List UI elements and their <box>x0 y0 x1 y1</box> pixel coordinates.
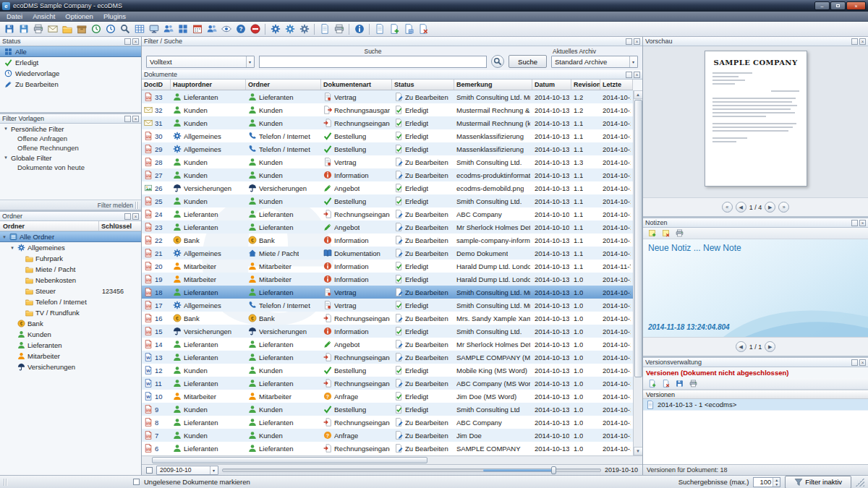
settings-system-button[interactable] <box>297 22 311 36</box>
clock-button[interactable] <box>103 22 117 36</box>
column-datum[interactable]: Datum <box>532 80 571 90</box>
note-content[interactable]: Neue Notiz ... New Note 2014-11-18 13:24… <box>643 239 868 337</box>
note-add-button[interactable] <box>646 228 658 239</box>
table-row[interactable]: 26VersicherungenVersicherungenAngebotErl… <box>142 181 633 194</box>
folder-item-kunden[interactable]: Kunden <box>0 329 141 340</box>
scroll-down-icon[interactable]: ▼ <box>634 447 643 455</box>
table-row[interactable]: PDF21AllgemeinesMiete / PachtDokumentati… <box>142 247 633 260</box>
resize-grip[interactable] <box>856 478 864 487</box>
scroll-up-icon[interactable]: ▲ <box>634 90 643 99</box>
version-remove-button[interactable] <box>660 379 671 389</box>
resize-handle-icon[interactable] <box>135 202 139 209</box>
folder-item-lieferanten[interactable]: Lieferanten <box>0 340 141 351</box>
folder-item-alle-ordner[interactable]: ▾Alle Ordner <box>0 231 141 242</box>
table-row[interactable]: W10MitarbeiterMitarbeiter?AnfrageErledig… <box>142 390 633 403</box>
search-mode-select[interactable]: Volltext ▾ <box>146 56 255 68</box>
close-panel-icon[interactable]: × <box>132 116 139 122</box>
minimize-button[interactable]: – <box>814 1 830 10</box>
folder-item-miete-pacht[interactable]: Miete / Pacht <box>0 264 141 275</box>
calendar-button[interactable] <box>190 22 204 36</box>
float-panel-icon[interactable] <box>626 38 632 45</box>
scrollbar-thumb[interactable] <box>634 100 642 377</box>
column-hauptordner[interactable]: Hauptordner <box>171 80 246 90</box>
search-input[interactable] <box>259 56 487 68</box>
folder-item-tv-rundfunk[interactable]: TV / Rundfunk <box>0 307 141 318</box>
folder-item-steuer[interactable]: Steuer123456 <box>0 286 141 296</box>
open-folder-button[interactable] <box>60 22 74 36</box>
table-row[interactable]: PDF17AllgemeinesTelefon / InternetVertra… <box>142 299 633 312</box>
users-button[interactable] <box>161 22 175 36</box>
filter-toggle-button[interactable]: Filter inaktiv <box>785 476 851 488</box>
note-print-button[interactable] <box>673 228 685 239</box>
table-row[interactable]: 32KundenKundenRechnungsausgangErledigtMu… <box>142 103 633 116</box>
table-row[interactable]: PDF24LieferantenLieferantenRechnungseing… <box>142 207 633 221</box>
doc-grid-button[interactable] <box>401 22 415 36</box>
folder-item-mitarbeiter[interactable]: Mitarbeiter <box>0 351 141 361</box>
table-row[interactable]: PDF9KundenKundenBestellungErledigtSmith … <box>142 403 633 416</box>
vertical-scrollbar[interactable]: ▲ ▼ <box>633 90 642 455</box>
folders-column-ordner[interactable]: Ordner <box>0 221 99 231</box>
table-row[interactable]: PDF27KundenKundenInformationZu Bearbeite… <box>142 168 633 181</box>
contacts-button[interactable] <box>205 22 218 36</box>
table-row[interactable]: PDF22€Bank€BankInformationZu Bearbeitens… <box>142 234 633 247</box>
table-row[interactable]: 31KundenKundenRechnungseingangErledigtMu… <box>142 116 633 129</box>
table-row[interactable]: PDF20MitarbeiterMitarbeiterInformationEr… <box>142 260 633 273</box>
folder-item-nebenkosten[interactable]: Nebenkosten <box>0 275 141 286</box>
filter-item-dokumente-von-heute[interactable]: Dokumente von heute <box>0 163 141 172</box>
table-row[interactable]: PDF30AllgemeinesTelefon / InternetBestel… <box>142 129 633 142</box>
save-button[interactable] <box>2 22 16 36</box>
table-row[interactable]: PDF28KundenKundenVertragZu BearbeitenSmi… <box>142 155 633 168</box>
next-note-button[interactable]: ▶ <box>765 341 775 352</box>
table-row[interactable]: PDF19MitarbeiterMitarbeiterInformationEr… <box>142 273 633 286</box>
column-dokumentenart[interactable]: Dokumentenart <box>321 80 392 90</box>
column-docid[interactable]: DocID <box>142 80 171 90</box>
spin-down-icon[interactable]: ▼ <box>773 482 780 487</box>
column-ordner[interactable]: Ordner <box>246 80 321 90</box>
unread-checkbox[interactable] <box>133 479 140 485</box>
filter-item-offene-rechnungen[interactable]: Offene Rechnungen <box>0 143 141 153</box>
close-panel-icon[interactable]: × <box>132 38 139 45</box>
folder-item-bank[interactable]: €Bank <box>0 318 141 329</box>
menu-item-datei[interactable]: Datei <box>1 12 27 20</box>
table-row[interactable]: PDF16€Bank€BankRechnungseingangZu Bearbe… <box>142 312 633 325</box>
maximize-button[interactable] <box>830 1 846 10</box>
table-row[interactable]: PDF7KundenKunden?AnfrageZu BearbeitenJim… <box>142 429 633 442</box>
folder-item-fuhrpark[interactable]: Fuhrpark <box>0 253 141 264</box>
table-row[interactable]: PDF14LieferantenLieferantenAngebotZu Bea… <box>142 338 633 351</box>
version-add-button[interactable] <box>646 379 658 389</box>
note-remove-button[interactable] <box>660 228 671 239</box>
settings-classify-button[interactable] <box>268 22 282 36</box>
doc-remove-button[interactable] <box>416 22 430 36</box>
table-row[interactable]: PDF15VersicherungenVersicherungenInforma… <box>142 325 633 338</box>
folder-item-versicherungen[interactable]: Versicherungen <box>0 361 141 372</box>
search-button[interactable] <box>118 22 132 36</box>
timeline-checkbox[interactable] <box>146 467 153 474</box>
close-panel-icon[interactable]: × <box>859 359 866 366</box>
history-button[interactable] <box>89 22 103 36</box>
version-print-button[interactable] <box>687 379 699 389</box>
version-item[interactable]: 2014-10-13 - 1 <ecodms> <box>643 399 868 411</box>
filter-footer-link[interactable]: Filter melden <box>98 202 133 209</box>
archive-button[interactable] <box>75 22 88 36</box>
filter-item-offene-anfragen[interactable]: Offene Anfragen <box>0 134 141 143</box>
close-panel-icon[interactable]: × <box>634 38 640 45</box>
timeline-handle[interactable] <box>551 466 556 474</box>
float-panel-icon[interactable] <box>851 359 858 366</box>
float-panel-icon[interactable] <box>626 72 632 78</box>
prev-page-button[interactable]: ◀ <box>736 202 746 213</box>
monitor-button[interactable] <box>147 22 161 36</box>
table-row[interactable]: PDF23LieferantenLieferantenAngebotZu Bea… <box>142 221 633 234</box>
table-row[interactable]: W13LieferantenLieferantenRechnungseingan… <box>142 351 633 364</box>
export-button[interactable] <box>17 22 30 36</box>
column-status[interactable]: Status <box>392 80 454 90</box>
table-row[interactable]: PDF8LieferantenLieferantenRechnungseinga… <box>142 416 633 429</box>
expander-icon[interactable]: ▾ <box>1 234 7 240</box>
table-row[interactable]: PDF33LieferantenLieferantenVertragZu Bea… <box>142 90 633 103</box>
doc-add-button[interactable] <box>387 22 401 36</box>
table-row[interactable]: PDF29AllgemeinesTelefon / InternetBestel… <box>142 142 633 155</box>
filter-group-pers-nliche-filter[interactable]: ▾Persönliche Filter <box>0 124 141 134</box>
menu-item-plugins[interactable]: Plugins <box>98 12 131 20</box>
status-item-wiedervorlage[interactable]: Wiedervorlage <box>0 68 141 79</box>
status-item-zu-bearbeiten[interactable]: Zu Bearbeiten <box>0 79 141 90</box>
expander-icon[interactable]: ▾ <box>3 155 9 160</box>
